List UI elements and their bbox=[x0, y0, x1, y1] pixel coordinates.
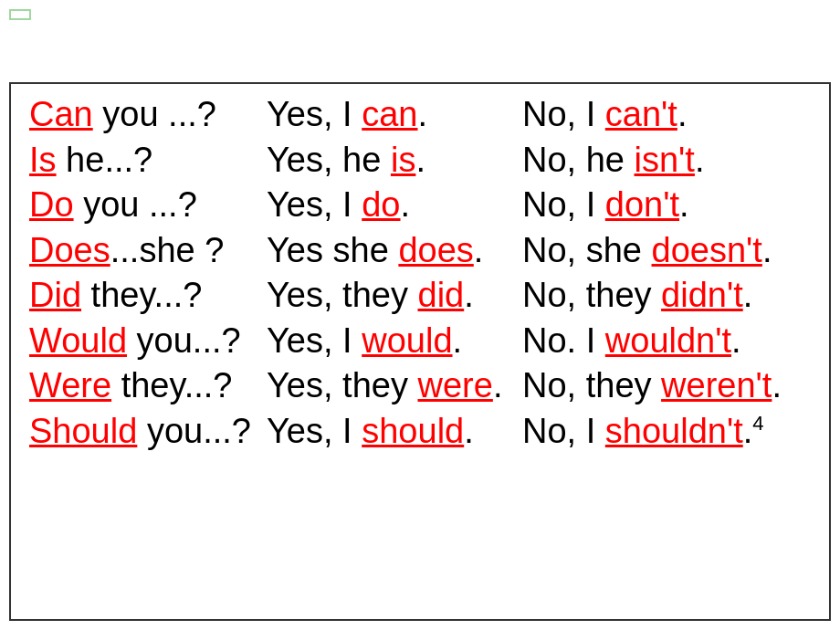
content-box: Can you ...?Yes, I can.No, I can't.Is he… bbox=[9, 82, 831, 621]
table-row: Were they...?Yes, they were.No, they wer… bbox=[29, 364, 811, 408]
table-row: Do you ...?Yes, I do.No, I don't. bbox=[29, 184, 811, 227]
col3-cell: No. I wouldn't. bbox=[522, 320, 811, 363]
col2-cell: Yes, I would. bbox=[267, 320, 522, 363]
page-number: 4 bbox=[752, 412, 763, 435]
page-container: Can you ...?Yes, I can.No, I can't.Is he… bbox=[0, 0, 840, 630]
table-row: Does...she ?Yes she does.No, she doesn't… bbox=[29, 229, 811, 273]
col3-cell: No, I don't. bbox=[522, 184, 811, 227]
col3-cell: No, they didn't. bbox=[522, 274, 811, 318]
col1-cell: Should you...? bbox=[29, 410, 267, 454]
col2-cell: Yes, I should. bbox=[267, 410, 522, 454]
col1-cell: Would you...? bbox=[29, 320, 267, 363]
col1-cell: Do you ...? bbox=[29, 184, 267, 227]
col3-cell: No, I can't. bbox=[522, 93, 811, 137]
table-row: Would you...?Yes, I would.No. I wouldn't… bbox=[29, 320, 811, 363]
title-box bbox=[9, 9, 31, 20]
col3-cell: No, they weren't. bbox=[522, 364, 811, 408]
table-row: Is he...?Yes, he is.No, he isn't. bbox=[29, 139, 811, 183]
col3-cell: No, she doesn't. bbox=[522, 229, 811, 273]
col3-cell: No, he isn't. bbox=[522, 139, 811, 183]
col2-cell: Yes, they were. bbox=[267, 364, 522, 408]
col1-cell: Did they...? bbox=[29, 274, 267, 318]
col2-cell: Yes she does. bbox=[267, 229, 522, 273]
col2-cell: Yes, they did. bbox=[267, 274, 522, 318]
col1-cell: Can you ...? bbox=[29, 93, 267, 137]
col2-cell: Yes, I can. bbox=[267, 93, 522, 137]
table-row: Should you...?Yes, I should.No, I should… bbox=[29, 410, 811, 454]
table-row: Can you ...?Yes, I can.No, I can't. bbox=[29, 93, 811, 137]
table-row: Did they...?Yes, they did.No, they didn'… bbox=[29, 274, 811, 318]
col1-cell: Were they...? bbox=[29, 364, 267, 408]
col3-cell: No, I shouldn't.4 bbox=[522, 410, 811, 454]
col1-cell: Is he...? bbox=[29, 139, 267, 183]
col2-cell: Yes, he is. bbox=[267, 139, 522, 183]
col2-cell: Yes, I do. bbox=[267, 184, 522, 227]
col1-cell: Does...she ? bbox=[29, 229, 267, 273]
